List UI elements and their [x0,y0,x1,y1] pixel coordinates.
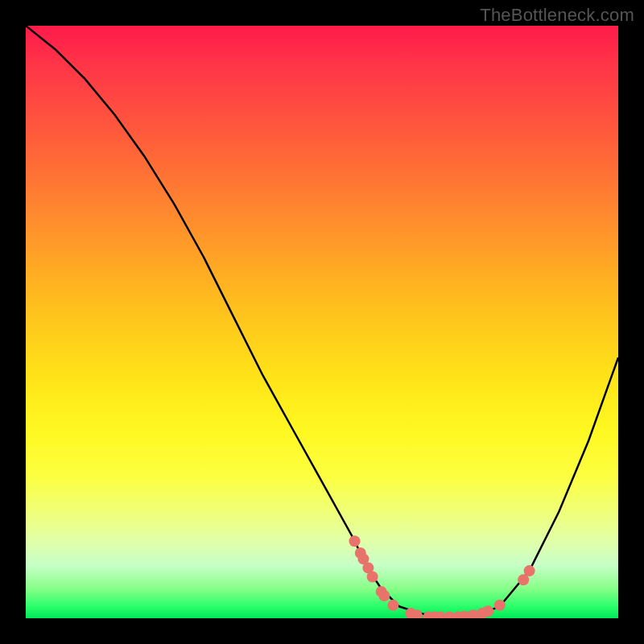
chart-curve [26,26,618,618]
chart-marker [524,565,535,576]
chart-markers [349,535,535,618]
chart-marker [367,572,378,583]
chart-plot-area [26,26,618,618]
chart-marker [482,605,493,617]
chart-marker [378,590,390,601]
chart-svg [26,26,618,618]
chart-marker [387,600,398,611]
chart-marker [349,535,361,547]
chart-marker [494,600,506,611]
watermark-text: TheBottleneck.com [480,5,634,26]
